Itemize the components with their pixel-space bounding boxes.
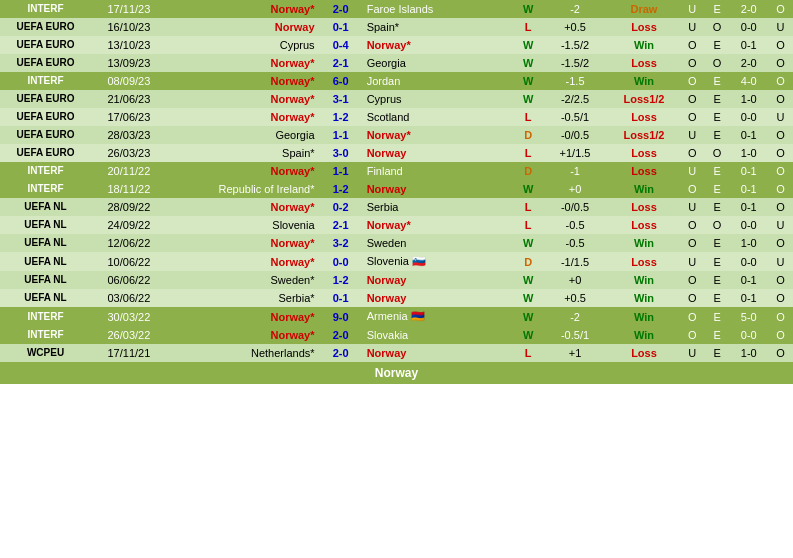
ou-cell: U bbox=[680, 0, 705, 18]
handicap-cell: +1/1.5 bbox=[542, 144, 608, 162]
result-cell: Loss bbox=[608, 144, 680, 162]
home-team-cell[interactable]: Norway* bbox=[167, 162, 319, 180]
score-cell[interactable]: 3-0 bbox=[319, 144, 363, 162]
score-cell[interactable]: 1-1 bbox=[319, 126, 363, 144]
home-team-cell[interactable]: Norway* bbox=[167, 108, 319, 126]
score-cell[interactable]: 2-0 bbox=[319, 0, 363, 18]
wdl-cell: W bbox=[514, 234, 542, 252]
goals-cell: 0-0 bbox=[729, 252, 768, 271]
home-team-cell[interactable]: Serbia* bbox=[167, 289, 319, 307]
home-team-cell[interactable]: Norway* bbox=[167, 90, 319, 108]
score-cell[interactable]: 1-2 bbox=[319, 108, 363, 126]
home-team-cell[interactable]: Norway* bbox=[167, 54, 319, 72]
away-team-cell[interactable]: Norway bbox=[363, 180, 515, 198]
ou-cell: U bbox=[680, 18, 705, 36]
result-cell: Loss bbox=[608, 54, 680, 72]
home-team-cell[interactable]: Sweden* bbox=[167, 271, 319, 289]
competition-cell: UEFA NL bbox=[0, 216, 91, 234]
home-team-cell[interactable]: Spain* bbox=[167, 144, 319, 162]
score-cell[interactable]: 0-4 bbox=[319, 36, 363, 54]
home-team-cell[interactable]: Georgia bbox=[167, 126, 319, 144]
away-team-cell[interactable]: Serbia bbox=[363, 198, 515, 216]
away-team-cell[interactable]: Faroe Islands bbox=[363, 0, 515, 18]
corner-cell: O bbox=[768, 180, 793, 198]
date-cell: 30/03/22 bbox=[91, 307, 167, 326]
corner-cell: O bbox=[768, 326, 793, 344]
goals-cell: 0-1 bbox=[729, 289, 768, 307]
date-cell: 13/09/23 bbox=[91, 54, 167, 72]
score-cell[interactable]: 0-1 bbox=[319, 289, 363, 307]
table-row: WCPEU17/11/21Netherlands*2-0NorwayL+1Los… bbox=[0, 344, 793, 362]
eu-cell: E bbox=[705, 307, 730, 326]
ou-cell: U bbox=[680, 252, 705, 271]
score-cell[interactable]: 0-1 bbox=[319, 18, 363, 36]
home-team-cell[interactable]: Republic of Ireland* bbox=[167, 180, 319, 198]
result-cell: Loss bbox=[608, 216, 680, 234]
home-team-cell[interactable]: Slovenia bbox=[167, 216, 319, 234]
competition-cell: INTERF bbox=[0, 72, 91, 90]
competition-cell: UEFA NL bbox=[0, 234, 91, 252]
competition-cell: UEFA NL bbox=[0, 289, 91, 307]
home-team-cell[interactable]: Norway* bbox=[167, 252, 319, 271]
home-team-cell[interactable]: Norway* bbox=[167, 0, 319, 18]
home-team-cell[interactable]: Norway* bbox=[167, 326, 319, 344]
eu-cell: E bbox=[705, 0, 730, 18]
competition-cell: UEFA EURO bbox=[0, 36, 91, 54]
away-team-cell[interactable]: Slovakia bbox=[363, 326, 515, 344]
date-cell: 16/10/23 bbox=[91, 18, 167, 36]
away-team-cell[interactable]: Slovenia 🇸🇮 bbox=[363, 252, 515, 271]
score-cell[interactable]: 3-1 bbox=[319, 90, 363, 108]
away-team-cell[interactable]: Georgia bbox=[363, 54, 515, 72]
home-team-cell[interactable]: Norway* bbox=[167, 307, 319, 326]
away-team-cell[interactable]: Norway* bbox=[363, 216, 515, 234]
score-cell[interactable]: 1-2 bbox=[319, 271, 363, 289]
footer-team-label: Norway bbox=[375, 366, 418, 380]
score-cell[interactable]: 2-0 bbox=[319, 344, 363, 362]
away-team-cell[interactable]: Cyprus bbox=[363, 90, 515, 108]
home-team-cell[interactable]: Netherlands* bbox=[167, 344, 319, 362]
ou-cell: O bbox=[680, 326, 705, 344]
away-team-cell[interactable]: Norway* bbox=[363, 36, 515, 54]
home-team-cell[interactable]: Norway* bbox=[167, 198, 319, 216]
wdl-cell: W bbox=[514, 72, 542, 90]
table-row: INTERF08/09/23Norway*6-0JordanW-1.5WinOE… bbox=[0, 72, 793, 90]
away-team-cell[interactable]: Norway bbox=[363, 344, 515, 362]
ou-cell: O bbox=[680, 54, 705, 72]
goals-cell: 1-0 bbox=[729, 344, 768, 362]
score-cell[interactable]: 0-2 bbox=[319, 198, 363, 216]
away-team-cell[interactable]: Norway bbox=[363, 289, 515, 307]
away-team-cell[interactable]: Norway* bbox=[363, 126, 515, 144]
home-team-cell[interactable]: Norway* bbox=[167, 234, 319, 252]
away-team-cell[interactable]: Armenia 🇦🇲 bbox=[363, 307, 515, 326]
score-cell[interactable]: 1-1 bbox=[319, 162, 363, 180]
score-cell[interactable]: 2-1 bbox=[319, 216, 363, 234]
away-team-cell[interactable]: Norway bbox=[363, 271, 515, 289]
away-team-cell[interactable]: Spain* bbox=[363, 18, 515, 36]
score-cell[interactable]: 2-0 bbox=[319, 326, 363, 344]
handicap-cell: +0 bbox=[542, 271, 608, 289]
competition-cell: INTERF bbox=[0, 180, 91, 198]
score-cell[interactable]: 0-0 bbox=[319, 252, 363, 271]
away-team-cell[interactable]: Norway bbox=[363, 144, 515, 162]
competition-cell: UEFA NL bbox=[0, 252, 91, 271]
corner-cell: O bbox=[768, 198, 793, 216]
away-team-cell[interactable]: Scotland bbox=[363, 108, 515, 126]
home-team-cell[interactable]: Norway* bbox=[167, 72, 319, 90]
wdl-cell: W bbox=[514, 307, 542, 326]
score-cell[interactable]: 6-0 bbox=[319, 72, 363, 90]
away-team-cell[interactable]: Finland bbox=[363, 162, 515, 180]
competition-cell: UEFA EURO bbox=[0, 90, 91, 108]
score-cell[interactable]: 3-2 bbox=[319, 234, 363, 252]
score-cell[interactable]: 1-2 bbox=[319, 180, 363, 198]
score-cell[interactable]: 9-0 bbox=[319, 307, 363, 326]
corner-cell: U bbox=[768, 18, 793, 36]
table-row: UEFA NL10/06/22Norway*0-0Slovenia 🇸🇮D-1/… bbox=[0, 252, 793, 271]
home-team-cell[interactable]: Cyprus bbox=[167, 36, 319, 54]
home-team-cell[interactable]: Norway bbox=[167, 18, 319, 36]
score-cell[interactable]: 2-1 bbox=[319, 54, 363, 72]
ou-cell: U bbox=[680, 126, 705, 144]
away-team-cell[interactable]: Jordan bbox=[363, 72, 515, 90]
goals-cell: 0-1 bbox=[729, 162, 768, 180]
goals-cell: 1-0 bbox=[729, 144, 768, 162]
away-team-cell[interactable]: Sweden bbox=[363, 234, 515, 252]
